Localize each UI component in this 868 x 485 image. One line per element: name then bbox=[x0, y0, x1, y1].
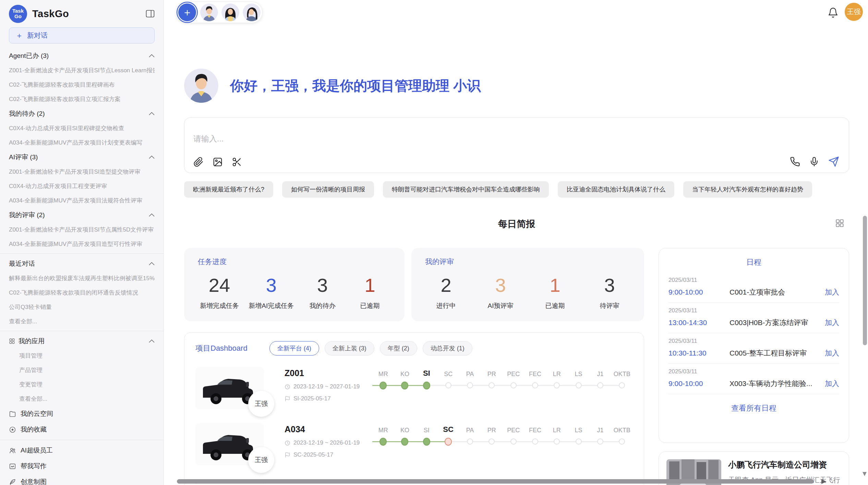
sidebar-item[interactable]: A034-全新新能源MUV产品开发项目法规符合性评审 bbox=[9, 193, 155, 208]
scrollbar-right-arrow[interactable] bbox=[821, 479, 827, 484]
horizontal-scrollbar[interactable] bbox=[177, 479, 814, 484]
image-icon[interactable] bbox=[213, 157, 223, 167]
stat-label: 已逾期 bbox=[536, 301, 574, 310]
stat-value: 1 bbox=[351, 275, 389, 296]
sidebar-section-header[interactable]: 我的待办 (2) bbox=[9, 106, 155, 121]
composer bbox=[184, 117, 849, 173]
sidebar-item-help-write[interactable]: 帮我写作 bbox=[9, 458, 155, 474]
dashboard-tab[interactable]: 全新平台 (4) bbox=[269, 341, 319, 356]
schedule-event: 2025/03/11 9:00-10:00 X003-车辆动力学性能验... 加… bbox=[668, 364, 839, 394]
sidebar-item[interactable]: 公司Q3轻卡销量 bbox=[9, 300, 155, 314]
sidebar-item[interactable]: A034-全新新能源MUV产品开发项目计划变更表编写 bbox=[9, 135, 155, 150]
sidebar-item[interactable]: C02-飞腾新能源轻客改款项目立项汇报方案 bbox=[9, 92, 155, 106]
sidebar-item[interactable]: A034-全新新能源MUV产品开发项目造型可行性评审 bbox=[9, 237, 155, 251]
sidebar-item[interactable]: 查看全部... bbox=[9, 391, 155, 406]
sidebar-header: TaskGo TaskGo bbox=[9, 0, 155, 23]
suggestion-chip[interactable]: 当下年轻人对汽车外观有怎样的喜好趋势 bbox=[683, 181, 812, 198]
user-avatar[interactable]: 王强 bbox=[845, 3, 863, 21]
sidebar-item[interactable]: 查看全部... bbox=[9, 314, 155, 328]
sidebar-item[interactable]: 项目管理 bbox=[9, 348, 155, 363]
dashboard-tab[interactable]: 动总开发 (1) bbox=[423, 341, 472, 356]
milestone-label: SI bbox=[416, 367, 437, 378]
sidebar-item[interactable]: 变更管理 bbox=[9, 377, 155, 391]
dashboard-tab[interactable]: 年型 (2) bbox=[380, 341, 417, 356]
scissors-icon[interactable] bbox=[232, 157, 242, 167]
sidebar-item[interactable]: C0X4-动力总成开发项目SI里程碑提交物检查 bbox=[9, 121, 155, 135]
chevron-up-icon[interactable] bbox=[149, 156, 155, 159]
schedule-event: 2025/03/11 10:30-11:30 C005-整车工程目标评审 加入 bbox=[668, 333, 839, 364]
member-avatar-3[interactable] bbox=[243, 3, 261, 21]
milestone-dot bbox=[532, 382, 538, 388]
chevron-up-icon[interactable] bbox=[149, 54, 155, 58]
scrollbar-down-arrow[interactable] bbox=[863, 472, 867, 476]
chevron-up-icon[interactable] bbox=[149, 339, 155, 343]
dashboard-tab[interactable]: 全新上装 (3) bbox=[325, 341, 374, 356]
milestone-label: PEC bbox=[503, 423, 524, 434]
member-avatar-2[interactable] bbox=[221, 3, 239, 21]
section-title: 我的评审 (2) bbox=[9, 211, 149, 220]
sidebar-item[interactable]: Z001-全新燃油轻卡产品开发项目SI节点属性5D文件评审 bbox=[9, 222, 155, 237]
event-name: C001-立项审批会 bbox=[730, 287, 825, 297]
sidebar-item[interactable]: Z001-全新燃油轻卡产品开发项目SI造型提交物评审 bbox=[9, 164, 155, 179]
event-date: 2025/03/11 bbox=[668, 277, 839, 284]
new-chat-button[interactable]: ＋新对话 bbox=[9, 27, 155, 43]
stat: 3我的待办 bbox=[304, 275, 341, 310]
join-button[interactable]: 加入 bbox=[825, 287, 839, 297]
sidebar-section-header[interactable]: 我的应用 bbox=[9, 334, 155, 348]
task-progress-card: 任务进度 24新增完成任务3新增AI完成任务3我的待办1已逾期 bbox=[184, 248, 405, 321]
vertical-scrollbar[interactable] bbox=[863, 216, 867, 345]
sidebar-item-ai-employee[interactable]: AI超级员工 bbox=[9, 443, 155, 458]
project-dates: 2023-12-19 ~ 2026-01-19 bbox=[293, 439, 360, 446]
sidebar-item[interactable]: C02-飞腾新能源轻客改款项目里程碑画布 bbox=[9, 77, 155, 92]
phone-icon[interactable] bbox=[790, 157, 800, 167]
sidebar-toggle-icon[interactable] bbox=[146, 10, 155, 18]
suggestion-chip[interactable]: 如何写一份清晰的项目周报 bbox=[282, 181, 374, 198]
notification-bell-icon[interactable] bbox=[828, 7, 839, 18]
chevron-up-icon[interactable] bbox=[149, 112, 155, 115]
add-member-button[interactable]: ＋ bbox=[178, 3, 196, 21]
mic-icon[interactable] bbox=[809, 157, 819, 167]
sidebar-item[interactable]: 解释最新出台的欧盟报废车法规再生塑料比例被调至15%... bbox=[9, 271, 155, 285]
suggestion-chip[interactable]: 特朗普可能对进口汽车增税会对中国车企造成哪些影响 bbox=[383, 181, 549, 198]
layout-grid-icon[interactable] bbox=[835, 219, 844, 228]
sidebar-section-header[interactable]: Agent已办 (3) bbox=[9, 48, 155, 63]
stat: 1已逾期 bbox=[536, 275, 574, 310]
join-button[interactable]: 加入 bbox=[825, 379, 839, 388]
milestone-dot bbox=[401, 382, 408, 389]
clock-icon bbox=[285, 440, 290, 446]
stat-value: 3 bbox=[249, 275, 294, 296]
sidebar-section-header[interactable]: 我的评审 (2) bbox=[9, 208, 155, 222]
sidebar-section-header[interactable]: AI评审 (3) bbox=[9, 150, 155, 164]
project-row[interactable]: 王强 A034 2023-12-19 ~ 2026-01-19 SC-2025-… bbox=[195, 423, 633, 468]
stat-value: 3 bbox=[482, 275, 519, 296]
join-button[interactable]: 加入 bbox=[825, 318, 839, 327]
sidebar-item[interactable]: C0X4-动力总成开发项目工程变更评审 bbox=[9, 179, 155, 193]
event-time: 9:00-10:00 bbox=[668, 380, 730, 388]
sidebar-item-creative-draw[interactable]: 创意制图 bbox=[9, 474, 155, 485]
attach-icon[interactable] bbox=[193, 157, 204, 167]
send-icon[interactable] bbox=[828, 156, 839, 167]
view-all-schedule-link[interactable]: 查看所有日程 bbox=[731, 403, 776, 413]
join-button[interactable]: 加入 bbox=[825, 348, 839, 358]
project-row[interactable]: 王强 Z001 2023-12-19 ~ 2027-01-19 SI-2025-… bbox=[195, 367, 633, 412]
prompt-input[interactable] bbox=[193, 134, 605, 144]
sidebar-section-header[interactable]: 最近对话 bbox=[9, 256, 155, 271]
suggestion-chip[interactable]: 比亚迪全固态电池计划具体说了什么 bbox=[558, 181, 674, 198]
sidebar-item[interactable]: Z001-全新燃油皮卡产品开发项目SI节点Lesson Learn报告 bbox=[9, 63, 155, 77]
milestone-dot bbox=[445, 382, 451, 388]
milestone-label: MR bbox=[372, 423, 394, 434]
member-avatar-1[interactable] bbox=[200, 3, 218, 21]
sidebar-item[interactable]: 产品管理 bbox=[9, 363, 155, 377]
milestone-rail: MRKOSISCPAPRPECFECLRLSJ1OKTB bbox=[372, 367, 633, 392]
sidebar-item-cloud-space[interactable]: 我的云空间 bbox=[9, 406, 155, 422]
chevron-up-icon[interactable] bbox=[149, 213, 155, 217]
suggestion-chip[interactable]: 欧洲新规最近颁布了什么? bbox=[184, 181, 273, 198]
milestone-label: LR bbox=[546, 423, 568, 434]
milestone-label: SI bbox=[416, 423, 437, 434]
feather-pen-icon bbox=[9, 478, 16, 485]
sidebar-item[interactable]: C02-飞腾新能源轻客改款项目的闭环通告反馈情况 bbox=[9, 285, 155, 300]
chevron-up-icon[interactable] bbox=[149, 262, 155, 265]
schedule-card: 日程 2025/03/11 9:00-10:00 C001-立项审批会 加入 2… bbox=[659, 248, 849, 443]
folder-icon bbox=[9, 410, 16, 418]
sidebar-item-favorites[interactable]: 我的收藏 bbox=[9, 422, 155, 437]
